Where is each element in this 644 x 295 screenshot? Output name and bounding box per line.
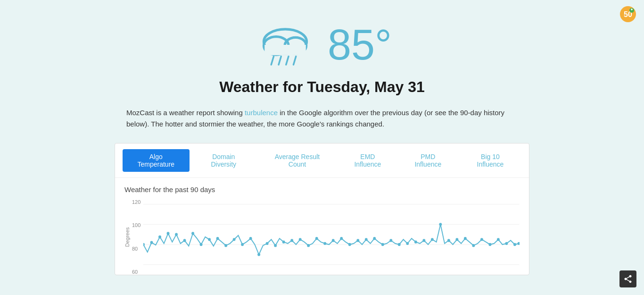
svg-point-47 xyxy=(390,239,393,242)
svg-point-50 xyxy=(414,240,417,243)
svg-point-54 xyxy=(447,239,450,242)
chart-wrapper: Degrees 120 100 80 60 xyxy=(124,199,520,275)
chart-subtitle: Weather for the past 90 days xyxy=(124,185,520,194)
tab-pmd-influence[interactable]: PMD Influence xyxy=(399,149,457,172)
svg-point-61 xyxy=(505,242,508,245)
svg-point-23 xyxy=(191,232,194,235)
svg-line-12 xyxy=(293,57,296,65)
svg-point-59 xyxy=(489,243,492,246)
svg-point-26 xyxy=(216,237,219,240)
line-chart xyxy=(143,199,520,275)
tab-emd-influence[interactable]: EMD Influence xyxy=(339,149,397,172)
svg-rect-8 xyxy=(264,45,306,55)
tab-domain-diversity[interactable]: Domain Diversity xyxy=(191,149,256,172)
description-text: MozCast is a weather report showing turb… xyxy=(117,107,527,130)
svg-line-10 xyxy=(279,57,281,65)
svg-point-37 xyxy=(307,244,310,247)
svg-point-44 xyxy=(365,238,368,241)
svg-point-58 xyxy=(480,238,483,241)
svg-point-39 xyxy=(324,242,327,245)
svg-point-22 xyxy=(183,239,186,242)
svg-line-11 xyxy=(286,57,289,65)
tab-average-result-count[interactable]: Average Result Count xyxy=(258,149,337,172)
cloud-rain-icon xyxy=(252,19,318,71)
svg-point-34 xyxy=(282,240,285,243)
weather-hero: 85° xyxy=(252,19,392,71)
svg-line-9 xyxy=(271,57,273,65)
svg-point-55 xyxy=(456,238,459,241)
svg-point-46 xyxy=(381,243,384,246)
svg-point-33 xyxy=(274,244,277,247)
svg-point-20 xyxy=(167,232,170,235)
svg-point-18 xyxy=(150,241,153,244)
moz-logo-icon: 50 xyxy=(619,6,636,23)
page-title: Weather for Tuesday, May 31 xyxy=(219,78,425,96)
chart-area: Weather for the past 90 days Degrees 120… xyxy=(115,178,529,275)
svg-point-30 xyxy=(249,237,252,240)
svg-point-60 xyxy=(497,238,500,241)
share-button[interactable] xyxy=(619,270,636,287)
chart-card: Algo Temperature Domain Diversity Averag… xyxy=(115,143,529,275)
tab-algo-temperature[interactable]: Algo Temperature xyxy=(123,149,190,172)
chart-svg-area xyxy=(143,199,520,275)
svg-point-27 xyxy=(225,244,228,247)
svg-point-36 xyxy=(299,238,302,241)
svg-point-57 xyxy=(472,244,475,247)
svg-point-28 xyxy=(233,238,236,241)
svg-point-17 xyxy=(143,243,145,246)
svg-point-31 xyxy=(258,253,261,256)
svg-point-19 xyxy=(158,236,161,238)
svg-point-49 xyxy=(406,242,409,245)
svg-point-43 xyxy=(357,239,360,242)
main-content: 85° Weather for Tuesday, May 31 MozCast … xyxy=(0,0,644,275)
svg-point-24 xyxy=(200,243,203,246)
y-axis-ticks: 120 100 80 60 xyxy=(132,199,140,275)
svg-point-42 xyxy=(348,243,351,246)
svg-point-45 xyxy=(373,237,376,240)
svg-point-40 xyxy=(332,239,335,242)
tabs-bar: Algo Temperature Domain Diversity Averag… xyxy=(115,143,529,178)
top-logo[interactable]: 50 xyxy=(619,6,636,23)
svg-point-25 xyxy=(208,238,211,241)
turbulence-link[interactable]: turbulence xyxy=(245,109,278,117)
svg-point-21 xyxy=(175,233,178,236)
svg-point-32 xyxy=(266,242,269,245)
svg-point-48 xyxy=(398,243,401,246)
svg-point-38 xyxy=(315,237,318,240)
svg-point-56 xyxy=(464,237,467,240)
tab-big10-influence[interactable]: Big 10 Influence xyxy=(459,149,521,172)
share-icon xyxy=(623,274,633,284)
svg-point-35 xyxy=(291,239,294,242)
svg-point-53 xyxy=(439,223,442,226)
temperature-display: 85° xyxy=(328,24,392,66)
y-axis-label: Degrees xyxy=(124,199,130,275)
svg-point-41 xyxy=(340,237,343,240)
svg-point-51 xyxy=(423,239,426,242)
svg-point-52 xyxy=(431,238,434,241)
svg-point-62 xyxy=(513,243,516,246)
svg-point-29 xyxy=(241,243,244,246)
